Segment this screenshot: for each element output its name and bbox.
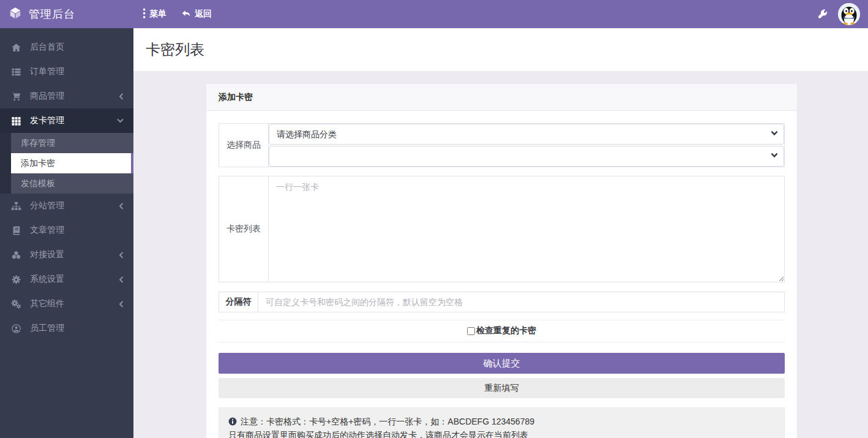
- sidebar-item-label: 后台首页: [30, 42, 124, 53]
- card-management-submenu: 库存管理 添加卡密 发信模板: [0, 133, 133, 194]
- sidebar-item-articles[interactable]: 文章管理: [0, 218, 133, 243]
- chevron-down-icon: [117, 118, 124, 123]
- submenu-item-mail-template[interactable]: 发信模板: [11, 173, 133, 194]
- product-select-row: 选择商品 请选择商品分类: [219, 123, 785, 167]
- chevron-left-icon: [119, 301, 124, 308]
- category-select[interactable]: 请选择商品分类: [269, 124, 784, 145]
- sidebar-item-label: 文章管理: [30, 225, 124, 236]
- sidebar-item-label: 对接设置: [30, 249, 119, 260]
- brand-title: 管理后台: [29, 7, 75, 21]
- grid-icon: [10, 116, 23, 126]
- duplicate-checkbox[interactable]: [467, 327, 475, 335]
- topbar: 管理后台 菜单 返回: [0, 0, 868, 28]
- reply-arrow-icon: [181, 9, 191, 20]
- content-area: 添加卡密 选择商品 请选择商品分类: [133, 71, 868, 438]
- page-title: 卡密列表: [146, 40, 204, 59]
- sitemap-icon: [10, 201, 23, 211]
- product-selects: 请选择商品分类: [269, 124, 784, 167]
- sidebar-item-label: 员工管理: [30, 323, 124, 334]
- sidebar-item-other-components[interactable]: 其它组件: [0, 292, 133, 316]
- note-box: 注意：卡密格式：卡号+空格+密码，一行一张卡，如：ABCDEFG 1234567…: [219, 407, 785, 438]
- modules-icon: [10, 250, 23, 260]
- separator-row: 分隔符: [219, 292, 785, 312]
- sidebar-item-products[interactable]: 商品管理: [0, 84, 133, 108]
- card-list-label: 卡密列表: [219, 176, 269, 282]
- cube-logo-icon: [9, 6, 22, 22]
- user-avatar[interactable]: [838, 3, 860, 25]
- user-circle-icon: [10, 323, 23, 334]
- sidebar-item-system-settings[interactable]: 系统设置: [0, 267, 133, 292]
- menu-toggle[interactable]: 菜单: [143, 9, 166, 20]
- chevron-left-icon: [119, 276, 124, 283]
- add-card-panel: 添加卡密 选择商品 请选择商品分类: [206, 84, 797, 438]
- submenu-item-label: 库存管理: [21, 138, 55, 149]
- separator-input[interactable]: [258, 292, 784, 312]
- chevron-left-icon: [119, 252, 124, 259]
- note-line-2: 只有商品设置里面购买成功后的动作选择自动发卡，该商品才会显示在当前列表: [228, 428, 775, 438]
- sidebar-item-substation[interactable]: 分站管理: [0, 194, 133, 218]
- sidebar: 后台首页 订单管理 商品管理 发卡管理: [0, 28, 133, 438]
- panel-header: 添加卡密: [206, 84, 797, 111]
- submenu-item-stock[interactable]: 库存管理: [11, 133, 133, 153]
- sidebar-item-label: 其它组件: [30, 298, 119, 309]
- gears-icon: [10, 299, 23, 309]
- duplicate-check-row: 检查重复的卡密: [219, 320, 785, 342]
- card-list-textarea[interactable]: [269, 176, 784, 282]
- sidebar-item-label: 系统设置: [30, 274, 119, 285]
- sidebar-item-label: 分站管理: [30, 200, 119, 211]
- submenu-item-label: 发信模板: [21, 178, 55, 189]
- page-header: 卡密列表: [133, 28, 868, 71]
- panel-title: 添加卡密: [219, 92, 253, 102]
- note-line-1: 注意：卡密格式：卡号+空格+密码，一行一张卡，如：ABCDEFG 1234567…: [241, 415, 534, 428]
- main-content: 卡密列表 添加卡密 选择商品 请选择商品分类: [133, 28, 868, 438]
- list-icon: [10, 67, 23, 77]
- back-label: 返回: [195, 9, 212, 20]
- duplicate-checkbox-label[interactable]: 检查重复的卡密: [476, 325, 536, 336]
- sidebar-item-staff[interactable]: 员工管理: [0, 316, 133, 341]
- sidebar-item-orders[interactable]: 订单管理: [0, 59, 133, 84]
- book-icon: [10, 225, 23, 236]
- card-list-area: [269, 176, 784, 282]
- menu-label: 菜单: [149, 9, 166, 20]
- topnav: 菜单 返回: [143, 9, 212, 20]
- card-list-row: 卡密列表: [219, 176, 785, 282]
- reset-button[interactable]: 重新填写: [219, 378, 785, 398]
- home-icon: [10, 42, 23, 53]
- chevron-left-icon: [119, 93, 124, 100]
- brand: 管理后台: [0, 6, 133, 22]
- wrench-icon[interactable]: [818, 9, 828, 19]
- submit-button[interactable]: 确认提交: [219, 353, 785, 374]
- topbar-right: [818, 3, 868, 25]
- submenu-item-label: 添加卡密: [21, 158, 55, 169]
- panel-body: 选择商品 请选择商品分类: [206, 111, 797, 438]
- gear-icon: [10, 274, 23, 285]
- sidebar-item-label: 商品管理: [30, 91, 119, 102]
- cart-icon: [10, 91, 23, 102]
- sidebar-item-label: 订单管理: [30, 66, 124, 77]
- sidebar-item-label: 发卡管理: [30, 115, 117, 126]
- back-button[interactable]: 返回: [181, 9, 212, 20]
- submenu-item-add-card[interactable]: 添加卡密: [11, 153, 133, 173]
- product-select[interactable]: [269, 146, 784, 167]
- product-select-label: 选择商品: [219, 124, 269, 167]
- info-circle-icon: [228, 417, 237, 426]
- chevron-left-icon: [119, 203, 124, 210]
- ellipsis-v-icon: [143, 9, 146, 20]
- separator-label: 分隔符: [219, 292, 258, 312]
- sidebar-item-api-settings[interactable]: 对接设置: [0, 243, 133, 267]
- sidebar-item-card-management[interactable]: 发卡管理: [0, 108, 133, 133]
- sidebar-item-home[interactable]: 后台首页: [0, 35, 133, 59]
